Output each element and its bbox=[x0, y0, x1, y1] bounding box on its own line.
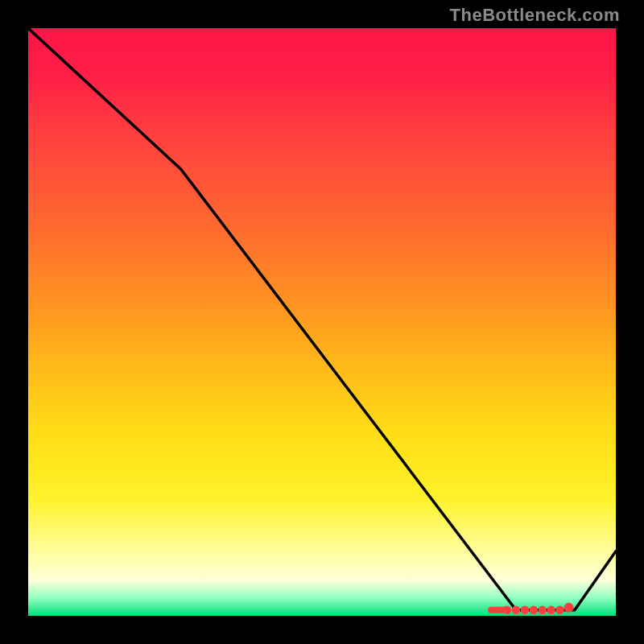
optimum-dot bbox=[530, 607, 537, 613]
optimum-dot bbox=[548, 607, 555, 613]
optimum-end-dot bbox=[565, 604, 573, 612]
bottleneck-curve bbox=[28, 28, 616, 610]
optimum-dot bbox=[513, 607, 519, 613]
optimum-dot bbox=[522, 607, 528, 613]
optimum-dot bbox=[539, 607, 546, 613]
optimum-dot bbox=[556, 607, 563, 613]
watermark-text: TheBottleneck.com bbox=[450, 5, 620, 26]
chart-stage: TheBottleneck.com bbox=[0, 0, 644, 644]
plot-overlay-svg bbox=[28, 28, 616, 616]
plot-area bbox=[28, 28, 616, 616]
optimum-marker-group bbox=[491, 604, 573, 613]
optimum-dot bbox=[504, 607, 510, 613]
